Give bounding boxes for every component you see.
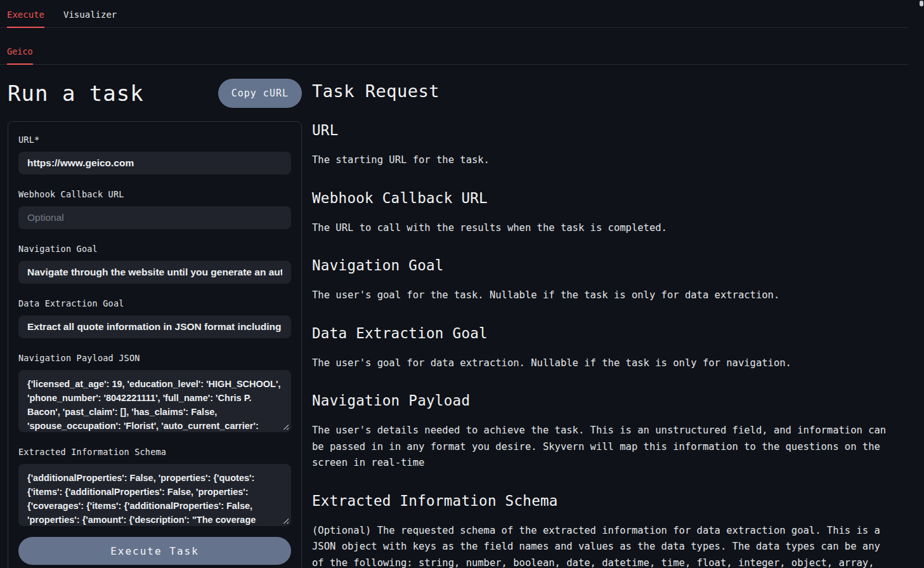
- navigation-goal-input[interactable]: [18, 261, 291, 284]
- doc-heading: URL: [312, 122, 903, 138]
- doc-section-navigation-payload: Navigation Payload The user's details ne…: [312, 392, 903, 472]
- copy-curl-button[interactable]: Copy cURL: [218, 79, 302, 108]
- doc-heading: Webhook Callback URL: [312, 190, 903, 206]
- field-extracted-information-schema: Extracted Information Schema {'additiona…: [18, 447, 291, 526]
- secondary-tabbar: Geico: [0, 28, 908, 65]
- extracted-information-schema-label: Extracted Information Schema: [18, 447, 291, 457]
- doc-heading: Extracted Information Schema: [312, 492, 903, 509]
- navigation-payload-json-textarea[interactable]: {'licensed_at_age': 19, 'education_level…: [18, 370, 291, 432]
- field-data-extraction-goal: Data Extraction Goal: [18, 298, 291, 338]
- field-navigation-payload-json: Navigation Payload JSON {'licensed_at_ag…: [18, 353, 291, 432]
- doc-section-data-extraction-goal: Data Extraction Goal The user's goal for…: [312, 325, 903, 372]
- vertical-scrollbar-thumb[interactable]: [920, 1, 923, 6]
- tab-execute[interactable]: Execute: [7, 10, 44, 27]
- doc-body: The starting URL for the task.: [312, 152, 895, 169]
- page-title: Run a task: [8, 81, 144, 106]
- doc-body: (Optional) The requested schema of the e…: [312, 523, 895, 568]
- extracted-information-schema-textarea[interactable]: {'additionalProperties': False, 'propert…: [18, 464, 291, 526]
- task-form-column: Run a task Copy cURL URL* Webhook Callba…: [8, 76, 302, 568]
- data-extraction-goal-input[interactable]: [18, 315, 291, 338]
- form-header: Run a task Copy cURL: [8, 79, 302, 108]
- url-label: URL*: [18, 135, 291, 145]
- primary-tabbar: Execute Visualizer: [0, 0, 908, 28]
- doc-body: The user's goal for the task. Nullable i…: [312, 287, 895, 304]
- docs-title: Task Request: [312, 81, 908, 101]
- task-request-docs: Task Request URL The starting URL for th…: [302, 76, 908, 568]
- field-url: URL*: [18, 135, 291, 175]
- main-content: Run a task Copy cURL URL* Webhook Callba…: [0, 65, 908, 568]
- doc-section-webhook-callback-url: Webhook Callback URL The URL to call wit…: [312, 190, 903, 237]
- field-navigation-goal: Navigation Goal: [18, 244, 291, 284]
- doc-heading: Data Extraction Goal: [312, 325, 903, 341]
- doc-section-navigation-goal: Navigation Goal The user's goal for the …: [312, 257, 903, 304]
- tab-visualizer[interactable]: Visualizer: [63, 10, 117, 27]
- page: Execute Visualizer Geico Run a task Copy…: [0, 0, 908, 568]
- task-form-card: URL* Webhook Callback URL Navigation Goa…: [8, 121, 302, 568]
- webhook-callback-url-input[interactable]: [18, 206, 291, 229]
- doc-heading: Navigation Payload: [312, 392, 903, 409]
- tab-geico[interactable]: Geico: [7, 46, 33, 64]
- doc-section-url: URL The starting URL for the task.: [312, 122, 903, 169]
- field-webhook-callback-url: Webhook Callback URL: [18, 189, 291, 229]
- doc-body: The user's details needed to achieve the…: [312, 423, 895, 472]
- webhook-callback-url-label: Webhook Callback URL: [18, 189, 291, 199]
- doc-heading: Navigation Goal: [312, 257, 903, 274]
- navigation-goal-label: Navigation Goal: [18, 244, 291, 254]
- doc-body: The user's goal for data extraction. Nul…: [312, 355, 895, 372]
- doc-body: The URL to call with the results when th…: [312, 220, 895, 237]
- data-extraction-goal-label: Data Extraction Goal: [18, 298, 291, 308]
- url-input[interactable]: [18, 152, 291, 175]
- navigation-payload-json-label: Navigation Payload JSON: [18, 353, 291, 363]
- execute-task-button[interactable]: Execute Task: [18, 537, 291, 565]
- doc-section-extracted-information-schema: Extracted Information Schema (Optional) …: [312, 492, 903, 568]
